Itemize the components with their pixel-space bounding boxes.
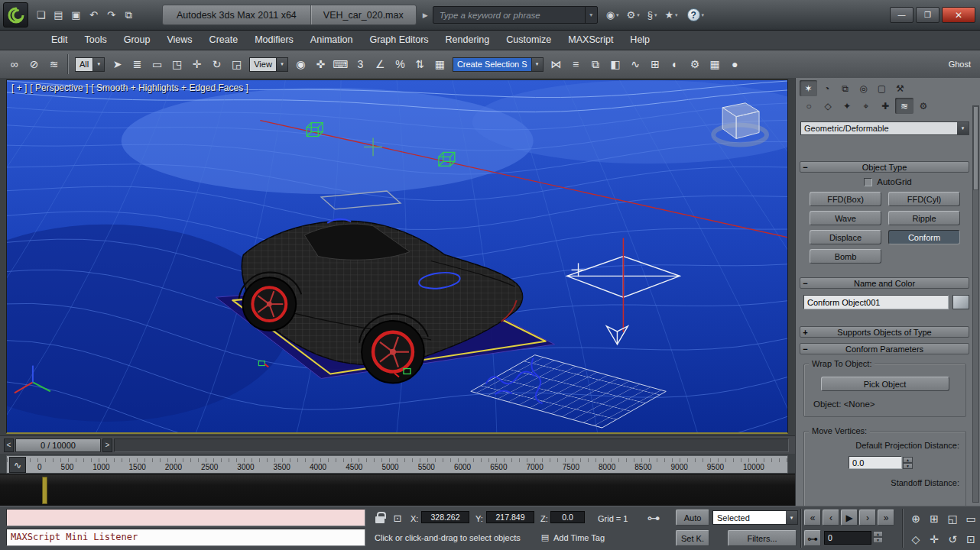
viewport-canvas[interactable] bbox=[7, 80, 787, 432]
zoom-all-button[interactable]: ⊞ bbox=[925, 509, 943, 528]
spinner-up-icon[interactable]: ▲ bbox=[873, 531, 883, 537]
display-tab[interactable]: ▢ bbox=[873, 80, 891, 96]
selection-lock-icon[interactable] bbox=[372, 510, 388, 525]
spinner-down-icon[interactable]: ▼ bbox=[903, 463, 913, 469]
time-slider-handle[interactable]: 0 / 10000 bbox=[15, 438, 101, 452]
use-pivot-center-icon[interactable]: ◉ bbox=[291, 54, 310, 75]
redo-icon[interactable]: ↷ bbox=[102, 6, 120, 24]
ripple-button[interactable]: Ripple bbox=[888, 211, 960, 225]
previous-frame-button[interactable]: ‹ bbox=[823, 510, 839, 526]
subcategory-dropdown[interactable]: Geometric/Deformable ▾ bbox=[800, 121, 969, 135]
track-bar-frame-cursor[interactable] bbox=[42, 477, 47, 504]
menu-views[interactable]: Views bbox=[158, 31, 200, 50]
layer-manager-icon[interactable]: ⧉ bbox=[586, 54, 605, 75]
maxscript-macro-field[interactable] bbox=[6, 509, 365, 526]
selection-filter-dropdown[interactable]: All ▾ bbox=[75, 57, 105, 72]
menu-edit[interactable]: Edit bbox=[43, 31, 76, 50]
menu-rendering[interactable]: Rendering bbox=[437, 31, 498, 50]
next-frame-button[interactable]: › bbox=[859, 510, 876, 526]
create-tab[interactable]: ✶ bbox=[800, 80, 817, 96]
close-button[interactable]: ✕ bbox=[942, 7, 975, 23]
snaps-toggle-icon[interactable]: 3 bbox=[351, 54, 370, 75]
shapes-category-icon[interactable]: ◇ bbox=[819, 98, 837, 114]
displace-button[interactable]: Displace bbox=[810, 230, 881, 244]
mini-curve-editor-button[interactable]: ∿ bbox=[9, 457, 26, 473]
viewport-menu-general[interactable]: [ + ] bbox=[11, 82, 27, 93]
bind-to-space-warp-icon[interactable]: ≋ bbox=[44, 54, 63, 75]
modify-tab[interactable]: ◔ bbox=[818, 80, 836, 96]
subscription-icon[interactable]: §▾ bbox=[644, 6, 661, 24]
maxscript-listener-field[interactable]: MAXScript Mini Listener bbox=[6, 529, 365, 546]
rollout-supports-objects[interactable]: + Supports Objects of Type bbox=[800, 326, 969, 338]
timeline-ruler[interactable]: 0500100015002000250030003500400045005000… bbox=[6, 455, 788, 474]
cameras-category-icon[interactable]: ⌖ bbox=[857, 98, 875, 114]
panel-scrollbar[interactable] bbox=[972, 105, 979, 503]
select-and-manipulate-icon[interactable]: ✜ bbox=[311, 54, 330, 75]
render-production-icon[interactable]: ● bbox=[725, 54, 745, 75]
hierarchy-tab[interactable]: ⧉ bbox=[836, 80, 854, 96]
track-bar[interactable] bbox=[0, 474, 795, 506]
lights-category-icon[interactable]: ✦ bbox=[838, 98, 856, 114]
time-slider-rail[interactable] bbox=[114, 438, 789, 452]
autogrid-checkbox[interactable] bbox=[864, 178, 872, 186]
curve-editor-icon[interactable]: ∿ bbox=[626, 54, 645, 75]
rendered-frame-icon[interactable]: ▦ bbox=[706, 54, 725, 75]
systems-category-icon[interactable]: ⚙ bbox=[914, 98, 933, 114]
auto-key-button[interactable]: Auto bbox=[676, 510, 709, 526]
help-button[interactable]: ? ▾ bbox=[683, 6, 709, 24]
go-to-start-button[interactable]: « bbox=[804, 510, 821, 526]
perspective-viewport[interactable]: [ + ] [ Perspective ] [ Smooth + Highlig… bbox=[6, 79, 788, 434]
y-coordinate-field[interactable] bbox=[486, 511, 534, 523]
chevron-down-icon[interactable]: ▾ bbox=[585, 7, 597, 23]
schematic-view-icon[interactable]: ⊞ bbox=[646, 54, 665, 75]
key-filter-dropdown[interactable]: Selected ▾ bbox=[712, 510, 798, 525]
communication-center-icon[interactable]: ⚙▾ bbox=[623, 6, 644, 24]
motion-tab[interactable]: ◎ bbox=[855, 80, 872, 96]
helpers-category-icon[interactable]: ✚ bbox=[876, 98, 894, 114]
spinner-down-icon[interactable]: ▼ bbox=[873, 537, 883, 543]
workspaces-icon[interactable]: ⧉ bbox=[120, 6, 138, 24]
select-object-icon[interactable]: ➤ bbox=[108, 54, 127, 75]
key-mode-toggle-button[interactable]: ⊶ bbox=[804, 530, 821, 546]
maximize-viewport-button[interactable]: ⊡ bbox=[962, 529, 980, 548]
bomb-button[interactable]: Bomb bbox=[810, 249, 881, 264]
menu-customize[interactable]: Customize bbox=[498, 31, 560, 50]
maximize-button[interactable]: ❐ bbox=[916, 7, 939, 23]
search-input[interactable] bbox=[433, 7, 585, 23]
absolute-offset-toggle-icon[interactable]: ⊡ bbox=[390, 510, 405, 526]
select-by-name-icon[interactable]: ≣ bbox=[128, 54, 147, 75]
new-file-icon[interactable]: ❏ bbox=[32, 6, 50, 24]
zoom-region-button[interactable]: ▭ bbox=[962, 509, 980, 528]
menu-group[interactable]: Group bbox=[115, 31, 159, 50]
ffd-box-button[interactable]: FFD(Box) bbox=[810, 192, 881, 206]
undo-icon[interactable]: ↶ bbox=[85, 6, 102, 24]
go-to-end-button[interactable]: » bbox=[878, 510, 894, 526]
minimize-button[interactable]: — bbox=[890, 7, 913, 23]
rollout-name-and-color[interactable]: − Name and Color bbox=[800, 277, 969, 289]
ffd-cyl-button[interactable]: FFD(Cyl) bbox=[888, 192, 960, 206]
set-key-button[interactable]: Set K. bbox=[676, 530, 709, 546]
object-name-input[interactable] bbox=[803, 295, 949, 309]
menu-maxscript[interactable]: MAXScript bbox=[560, 31, 621, 50]
projection-distance-input[interactable] bbox=[849, 456, 902, 469]
viewport-menu-pov[interactable]: [ Perspective ] bbox=[30, 82, 88, 93]
mirror-icon[interactable]: ⋈ bbox=[547, 54, 566, 75]
x-coordinate-field[interactable] bbox=[421, 511, 469, 523]
scrollbar-thumb[interactable] bbox=[973, 106, 978, 190]
menu-tools[interactable]: Tools bbox=[76, 31, 115, 50]
keyboard-override-icon[interactable]: ⌨ bbox=[331, 54, 350, 75]
spinner-up-icon[interactable]: ▲ bbox=[903, 457, 913, 463]
key-filters-button[interactable]: Filters... bbox=[728, 530, 797, 546]
utilities-tab[interactable]: ⚒ bbox=[891, 80, 909, 96]
add-time-tag-button[interactable]: Add Time Tag bbox=[553, 530, 605, 545]
menu-animation[interactable]: Animation bbox=[302, 31, 362, 50]
search-help-icon[interactable]: ◉▾ bbox=[602, 6, 623, 24]
zoom-button[interactable]: ⊕ bbox=[907, 509, 925, 528]
conform-button[interactable]: Conform bbox=[888, 230, 960, 244]
edit-named-selections-icon[interactable]: ▦ bbox=[430, 54, 449, 75]
zoom-extents-button[interactable]: ◱ bbox=[943, 509, 962, 528]
next-frame-nudge[interactable]: > bbox=[102, 438, 112, 452]
previous-frame-nudge[interactable]: < bbox=[4, 438, 14, 452]
align-icon[interactable]: ≡ bbox=[566, 54, 586, 75]
material-editor-icon[interactable]: ◐ bbox=[666, 54, 685, 75]
